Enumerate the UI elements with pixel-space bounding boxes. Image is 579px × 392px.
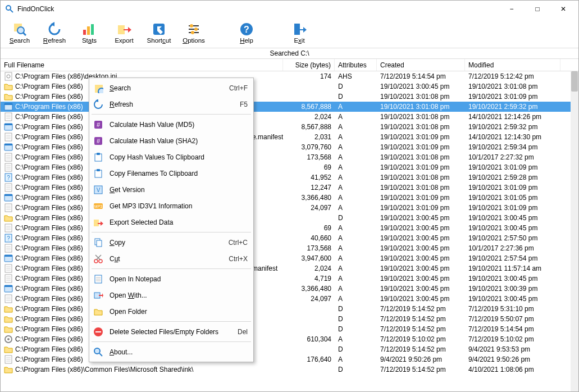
table-row[interactable]: C:\Program Files (x86)\Common Files\Micr… — [1, 364, 578, 375]
menu-item-mp3[interactable]: MP3Get MP3 ID3V1 Information — [89, 198, 253, 214]
table-row[interactable]: C:\Program Files (x86)8,567,888A19/10/20… — [1, 102, 578, 112]
svg-marker-22 — [299, 27, 307, 33]
menu-item-folder[interactable]: Open Folder — [89, 303, 253, 320]
search-button[interactable]: Search — [7, 22, 32, 44]
menu-item-notepad[interactable]: Open In Notepad — [89, 271, 253, 287]
file-type-icon — [4, 193, 13, 202]
cell-filename: C:\Program Files (x86) — [15, 295, 83, 303]
menu-item-export[interactable]: Export Selected Data — [89, 214, 253, 230]
cell-modified: 19/10/2021 3:01:09 pm — [465, 204, 560, 212]
table-row[interactable]: C:\Program Files (x86)3,366,480A19/10/20… — [1, 284, 578, 294]
menu-item-ver[interactable]: VGet Version — [89, 181, 253, 198]
vertical-scrollbar[interactable] — [571, 71, 578, 391]
stats-button[interactable]: Stats — [77, 22, 102, 44]
file-type-icon — [4, 274, 13, 283]
cell-modified: 19/10/2021 3:01:08 pm — [465, 83, 560, 90]
table-row[interactable]: ?C:\Program Files (x86)41,952A19/10/2021… — [1, 172, 578, 183]
stats-icon — [82, 22, 97, 37]
scrollbar-thumb[interactable] — [571, 71, 578, 92]
svg-rect-100 — [97, 153, 100, 155]
table-row[interactable]: C:\Program Files (x86)69A19/10/2021 3:01… — [1, 162, 578, 172]
menu-item-search[interactable]: SearchCtrl+F — [89, 80, 253, 96]
cell-filename: C:\Program Files (x86) — [15, 315, 83, 323]
table-row[interactable]: C:\Program Files (x86)D7/12/2019 5:14:52… — [1, 344, 578, 354]
table-row[interactable]: C:\Program Files (x86)D7/12/2019 5:14:52… — [1, 304, 578, 314]
tool-label: Shortcut — [147, 37, 171, 44]
menu-item-copy[interactable]: CopyCtrl+C — [89, 234, 253, 250]
menu-item-cut[interactable]: CutCtrl+X — [89, 250, 253, 267]
table-row[interactable]: C:\Program Files (x86)manifest2,024A19/1… — [1, 263, 578, 274]
svg-point-92 — [98, 88, 103, 93]
table-row[interactable]: C:\Program Files (x86)D19/10/2021 3:00:4… — [1, 81, 578, 92]
menu-item-clip[interactable]: Copy Hash Values To Clipboard — [89, 149, 253, 165]
refresh-icon — [47, 22, 62, 37]
table-row[interactable]: C:\Program Files (x86)3,366,480A19/10/20… — [1, 193, 578, 203]
cell-size: 3,947,600 — [283, 254, 335, 262]
table-row[interactable]: C:\Program Files (x86)173,568A19/10/2021… — [1, 243, 578, 253]
menu-item-about[interactable]: About... — [89, 344, 253, 360]
help-button[interactable]: ?Help — [234, 22, 259, 44]
cell-created: 19/10/2021 3:00:45 pm — [377, 224, 465, 232]
table-row[interactable]: C:\Program Files (x86)24,097A19/10/2021 … — [1, 294, 578, 304]
exit-button[interactable]: Exit — [287, 22, 312, 44]
table-row[interactable]: C:\Program Files (x86)D19/10/2021 3:00:4… — [1, 213, 578, 223]
col-size[interactable]: Size (bytes) — [283, 59, 335, 71]
menu-item-clip[interactable]: Copy Filenames To Clipboard — [89, 165, 253, 181]
cell-created: 7/12/2019 5:14:52 pm — [377, 325, 465, 333]
search-icon — [93, 83, 104, 94]
maximize-button[interactable]: □ — [525, 1, 550, 17]
table-row[interactable]: C:\Program Files (x86)3,947,600A19/10/20… — [1, 253, 578, 263]
file-type-icon: ? — [4, 173, 13, 182]
table-row[interactable]: C:\Program Files (x86)4,719A19/10/2021 3… — [1, 274, 578, 284]
table-row[interactable]: C:\Program Files (x86)173,568A19/10/2021… — [1, 152, 578, 162]
table-row[interactable]: C:\Program Files (x86)D7/12/2019 5:14:52… — [1, 324, 578, 334]
menu-item-hash[interactable]: #Calculate Hash Value (SHA2) — [89, 133, 253, 149]
cell-modified: 14/10/2021 12:14:30 pm — [465, 133, 560, 141]
refresh-button[interactable]: Refresh — [42, 22, 67, 44]
cell-attr: A — [335, 295, 377, 303]
cell-modified: 10/1/2017 2:27:32 pm — [465, 153, 560, 161]
file-type-icon — [4, 355, 13, 364]
table-row[interactable]: ?C:\Program Files (x86)40,660A19/10/2021… — [1, 233, 578, 243]
file-type-icon — [4, 82, 13, 91]
cell-size: 3,366,480 — [283, 285, 335, 293]
table-row[interactable]: C:\Program Files (x86)176,640A9/4/2021 9… — [1, 354, 578, 364]
table-row[interactable]: C:\Program Files (x86)3,079,760A19/10/20… — [1, 142, 578, 152]
clip-icon — [93, 168, 104, 179]
options-button[interactable]: Options — [181, 22, 206, 44]
table-row[interactable]: C:\Program Files (x86)D7/12/2019 5:14:52… — [1, 314, 578, 324]
table-row[interactable]: C:\Program Files (x86)8,567,888A19/10/20… — [1, 122, 578, 132]
svg-text:MP3: MP3 — [94, 204, 103, 208]
cell-filename: C:\Program Files (x86) — [15, 214, 83, 222]
table-row[interactable]: C:\Program Files (x86)610,304A7/12/2019 … — [1, 334, 578, 344]
col-modified[interactable]: Modified — [465, 59, 560, 71]
svg-rect-54 — [4, 194, 12, 196]
menu-item-delete[interactable]: Delete Selected Files/Empty FoldersDel — [89, 323, 253, 340]
col-created[interactable]: Created — [377, 59, 465, 71]
cell-created: 19/10/2021 3:00:45 pm — [377, 83, 465, 90]
menu-item-label: Open In Notepad — [110, 275, 242, 283]
table-row[interactable]: C:\Program Files (x86)2,024A19/10/2021 3… — [1, 112, 578, 122]
menu-item-hash[interactable]: #Calculate Hash Value (MD5) — [89, 116, 253, 133]
col-attributes[interactable]: Attributes — [335, 59, 377, 71]
shortcut-button[interactable]: Shortcut — [147, 22, 171, 44]
cell-modified: 19/10/2021 2:59:32 pm — [465, 123, 560, 131]
close-button[interactable]: ✕ — [550, 1, 576, 17]
table-row[interactable]: C:\Program Files (x86)\desktop.ini174AHS… — [1, 71, 578, 81]
table-row[interactable]: C:\Program Files (x86)12,247A19/10/2021 … — [1, 183, 578, 193]
cell-filename: C:\Program Files (x86) — [15, 83, 83, 90]
about-icon — [93, 347, 104, 358]
cell-modified: 19/10/2021 3:01:09 pm — [465, 93, 560, 101]
table-row[interactable]: C:\Program Files (x86)69A19/10/2021 3:00… — [1, 223, 578, 233]
cell-modified: 7/12/2019 5:14:54 pm — [465, 325, 560, 333]
svg-text:#: # — [97, 138, 101, 144]
menu-item-openw[interactable]: Open With... — [89, 287, 253, 303]
table-row[interactable]: C:\Program Files (x86)e.manifest2,031A19… — [1, 132, 578, 142]
minimize-button[interactable]: − — [499, 1, 525, 17]
menu-item-refresh[interactable]: RefreshF5 — [89, 96, 253, 112]
svg-text:?: ? — [244, 25, 249, 34]
table-row[interactable]: C:\Program Files (x86)D19/10/2021 3:01:0… — [1, 92, 578, 102]
table-row[interactable]: C:\Program Files (x86)24,097A19/10/2021 … — [1, 203, 578, 213]
col-full-filename[interactable]: Full Filename — [1, 59, 283, 71]
export-button[interactable]: Export — [112, 22, 136, 44]
